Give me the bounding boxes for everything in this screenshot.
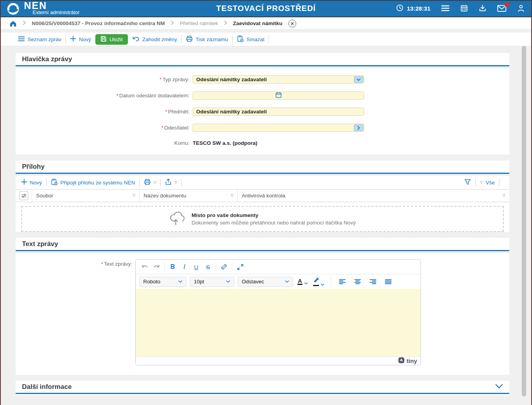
separator [139,179,140,186]
window-edge [0,0,1,405]
dropdown-caret-icon: ▽ [174,181,177,184]
fullscreen-icon[interactable] [234,261,246,272]
form-content: Hlavička zprávy *Typ zprávy: Odeslání ná… [0,53,532,395]
close-icon[interactable] [288,20,296,27]
field-row-type: *Typ zprávy: Odeslání námitky zadavateli [16,75,509,84]
export-menu-button[interactable]: ▽ [165,179,177,186]
print-record-button[interactable]: Tisk záznamu [186,36,228,43]
sent-date-input[interactable] [193,91,364,100]
section-title: Další informace [22,383,72,391]
bold-button[interactable]: B [167,261,179,272]
expand-chevron-icon[interactable] [495,383,503,390]
section-attachments: Přílohy Nový Připojit přílohu ze systému… [16,161,509,232]
sliders-icon [19,191,28,200]
separator [476,179,476,186]
redo-icon[interactable] [151,261,162,272]
new-button[interactable]: Nový [70,36,91,43]
field-label: *Předmět: [16,109,189,115]
chevron-right-icon [170,20,175,27]
link-icon[interactable] [218,261,230,272]
font-size-select[interactable]: 10pt [190,277,234,287]
column-header-antivirova[interactable]: Antivirová kontrola ▽ [238,190,509,202]
attachment-new-button[interactable]: Nový [21,179,42,186]
filter-all-button[interactable]: ▽ Vše [480,180,495,186]
list-icon [18,36,25,43]
tinymce-logo-icon [398,357,404,365]
menu-icon[interactable] [441,5,450,12]
discard-changes-button[interactable]: Zahodit změny [132,36,177,43]
chevron-right-icon [22,20,27,27]
clipboard-delete-icon [237,35,244,43]
sender-input[interactable] [193,124,364,132]
separator [66,35,66,43]
attach-from-nen-button[interactable]: Připojit přílohu ze systému NEN [51,179,135,186]
separator [46,179,47,186]
field-label: *Typ zprávy: [16,77,189,82]
plus-icon [21,179,27,186]
breadcrumb-item-namitky[interactable]: Přehled námitek [180,20,218,26]
save-button[interactable]: Uložit [95,34,128,45]
session-time: 13:28:31 [396,4,430,13]
home-icon[interactable] [9,20,17,27]
file-dropzone[interactable]: Místo pro vaše dokumenty Dokumenty sem m… [21,206,504,232]
strikethrough-button[interactable]: S [202,261,214,272]
calendar-picker-icon[interactable] [275,92,282,99]
section-title: Hlavička zprávy [22,55,72,63]
user-icon[interactable] [517,4,525,12]
field-row-subject: *Předmět: Odeslání námitky zadavateli [16,108,509,116]
chevron-right-icon[interactable] [354,124,363,131]
delete-button[interactable]: Smazat [237,35,264,43]
editor-content-area[interactable] [136,289,421,356]
breadcrumb-item-current: Zaevidovat námitku [233,20,282,26]
text-color-button[interactable]: A [297,278,309,285]
italic-button[interactable]: I [179,261,190,272]
clock-time: 13:28:31 [407,5,430,12]
breadcrumb-item-procurement[interactable]: N006/25/V00004537 - Provoz informačního … [32,20,165,26]
section-title: Přílohy [22,163,45,171]
message-list-button[interactable]: Seznam zpráv [18,36,61,43]
clipboard-gear-icon [51,179,58,186]
column-header-soubor[interactable]: Soubor ▽ [32,190,140,202]
collapsed-section-body [16,394,509,395]
highlight-color-button[interactable] [312,277,325,286]
separator [164,262,165,272]
separator [331,277,331,286]
align-justify-icon[interactable] [383,276,394,287]
print-menu-button[interactable]: ▽ [144,179,156,186]
calendar-icon[interactable] [460,4,468,12]
cloud-upload-icon [169,210,186,228]
column-header-nazev[interactable]: Název dokumentu ▽ [140,190,238,202]
breadcrumb: N006/25/V00004537 - Provoz informačního … [0,17,532,30]
separator [269,35,269,43]
filter-button[interactable] [464,179,471,186]
chevron-right-icon [223,20,228,27]
align-left-icon[interactable] [337,276,348,287]
filter-caret-icon[interactable]: ▽ [228,194,233,197]
align-center-icon[interactable] [352,276,364,287]
section-title: Text zprávy [22,240,58,248]
recipient-value: TESCO SW a.s. (podpora) [193,140,257,146]
align-right-icon[interactable] [367,276,379,287]
tinymce-brand: tiny [406,358,417,364]
mail-icon[interactable] [497,5,506,12]
field-label: *Datum odeslání dodavatelem: [16,93,189,99]
unread-badge [505,2,509,7]
message-type-select[interactable]: Odeslání námitky zadavateli [193,75,364,84]
download-icon[interactable] [479,4,486,12]
field-row-recipient: Komu: TESCO SW a.s. (podpora) [16,140,509,146]
column-settings-button[interactable] [16,190,32,202]
chevron-down-icon[interactable] [354,76,363,83]
block-format-select[interactable]: Odstavec [238,277,293,287]
vertical-scrollbar[interactable] [522,46,526,396]
printer-icon [144,179,151,186]
attachments-toolbar: Nový Připojit přílohu ze systému NEN ▽ ▽ [16,176,509,189]
filter-caret-icon[interactable]: ▽ [499,194,505,197]
undo-icon [132,36,140,43]
clock-icon [396,4,404,13]
subject-input[interactable]: Odeslání námitky zadavateli [193,108,364,116]
underline-button[interactable]: U [190,261,202,272]
filter-caret-icon[interactable]: ▽ [129,194,135,197]
font-family-select[interactable]: Roboto [139,277,186,287]
separator [181,179,182,186]
undo-icon[interactable] [139,261,151,272]
